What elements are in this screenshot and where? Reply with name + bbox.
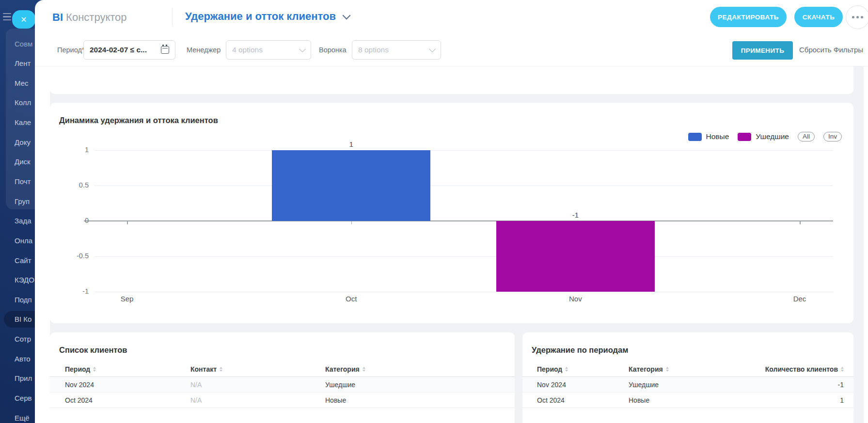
gridline (95, 292, 833, 292)
apply-filters-button[interactable]: ПРИМЕНИТЬ (732, 41, 793, 60)
period-date-input[interactable]: 2024-02-07 ≤ с... (83, 40, 175, 60)
table-header-row: ПериодКонтактКатегория (50, 361, 515, 377)
y-axis-label: -1 (50, 287, 89, 295)
table-cell: Ушедшие (629, 377, 726, 392)
chevron-down-icon (299, 46, 306, 52)
retention-table-card: Удержание по периодамПериодКатегорияКоли… (522, 332, 853, 423)
sort-icon (565, 367, 568, 372)
table-cell: Oct 2024 (65, 392, 181, 408)
page-title: Удержание и отток клиентов (185, 10, 336, 23)
logo-text: Конструктор (63, 11, 127, 23)
calendar-icon (161, 46, 169, 54)
sort-icon (363, 367, 365, 372)
y-axis-label: 0 (50, 217, 89, 224)
y-axis-label: 0.5 (50, 181, 89, 189)
sort-icon (666, 367, 669, 372)
bar-новые-oct[interactable] (272, 150, 430, 221)
gridline (95, 256, 833, 257)
legend-all-button[interactable]: All (798, 132, 815, 141)
sidebar-close-button[interactable]: ✕ (12, 10, 35, 29)
sort-icon (220, 367, 222, 372)
table-cell: N/A (190, 392, 316, 408)
x-axis-label: Oct (322, 295, 380, 303)
table-cell: 1 (731, 392, 844, 408)
funnel-filter-label: Воронка (319, 46, 347, 54)
header-divider (172, 8, 173, 26)
chevron-down-icon (343, 12, 351, 20)
legend-swatch (688, 133, 702, 141)
bar-value-label: 1 (332, 140, 371, 148)
app-logo: BI Конструктор (52, 11, 127, 24)
chart-card: Динамика удержания и оттока клиентов Нов… (50, 103, 853, 323)
table-cell: Oct 2024 (537, 392, 619, 408)
ellipsis-icon (852, 16, 854, 18)
y-axis-label: -0.5 (50, 252, 89, 260)
more-options-button[interactable] (846, 5, 868, 29)
dashboard-title-dropdown[interactable]: Удержание и отток клиентов (185, 10, 349, 23)
table-row: Nov 2024Ушедшие-1 (522, 377, 853, 392)
axis-zero-line (84, 220, 833, 221)
download-button[interactable]: СКАЧАТЬ (794, 7, 843, 27)
column-header[interactable]: Категория (325, 361, 480, 377)
main-panel: BI Конструктор Удержание и отток клиенто… (35, 0, 868, 423)
legend-inv-button[interactable]: Inv (823, 132, 842, 141)
column-header[interactable]: Период (65, 361, 181, 377)
table-cell: Новые (325, 392, 480, 408)
close-icon: ✕ (20, 15, 27, 24)
column-header[interactable]: Контакт (190, 361, 316, 377)
app-window: ✕ СовмЛентМесКоллКалеДокуДискПочтГрупЗад… (0, 0, 868, 423)
column-header[interactable]: Категория (629, 361, 726, 377)
chevron-down-icon (429, 46, 436, 52)
axis-tick (800, 221, 801, 224)
bar-ушедшие-nov[interactable] (496, 221, 655, 292)
legend-item-2[interactable]: Ушедшие (738, 132, 789, 141)
bar-value-label: -1 (556, 211, 595, 219)
chart-legend: НовыеУшедшиеAllInv (688, 132, 842, 141)
table-cell: Ушедшие (325, 377, 480, 392)
period-filter-label: Период* (57, 46, 85, 54)
period-date-value: 2024-02-07 ≤ с... (90, 46, 147, 54)
legend-item-1[interactable]: Новые (688, 132, 729, 141)
table-cell: -1 (731, 377, 844, 392)
column-header[interactable]: Количество клиентов (731, 361, 844, 377)
x-axis-label: Dec (771, 295, 829, 303)
sort-icon (841, 367, 844, 372)
table-header-row: ПериодКатегорияКоличество клиентов (522, 361, 853, 377)
gridline (95, 150, 833, 151)
x-axis-label: Nov (546, 295, 604, 303)
clients-table-card: Список клиентовПериодКонтактКатегорияNov… (50, 332, 515, 423)
funnel-select-placeholder: 8 options (358, 46, 389, 54)
reset-filters-link[interactable]: Сбросить Фильтры (799, 46, 863, 54)
legend-label: Ушедшие (756, 132, 789, 141)
dashboard-area: Динамика удержания и оттока клиентов Нов… (50, 66, 864, 423)
manager-select-placeholder: 4 options (232, 46, 263, 54)
edit-button[interactable]: РЕДАКТИРОВАТЬ (710, 7, 787, 27)
y-axis-label: 1 (50, 146, 89, 154)
table-row: Nov 2024N/AУшедшие (50, 377, 515, 392)
manager-select[interactable]: 4 options (226, 40, 311, 60)
manager-filter-label: Менеджер (187, 46, 221, 54)
table-cell: Nov 2024 (65, 377, 181, 392)
column-header[interactable]: Период (537, 361, 619, 377)
axis-tick (127, 221, 128, 224)
axis-tick (351, 221, 352, 224)
table-row: Oct 2024N/AНовые (50, 392, 515, 408)
table-cell: Новые (629, 392, 726, 408)
table-row: Oct 2024Новые1 (522, 392, 853, 408)
funnel-select[interactable]: 8 options (352, 40, 441, 60)
chart-title: Динамика удержания и оттока клиентов (59, 116, 218, 125)
sort-icon (93, 367, 96, 372)
table-cell: N/A (190, 377, 316, 392)
table-title: Удержание по периодам (532, 345, 628, 355)
table-cell: Nov 2024 (537, 377, 619, 392)
gridline (95, 186, 833, 186)
logo-bi: BI (52, 11, 63, 23)
previous-widget-card (50, 66, 853, 94)
x-axis-label: Sep (98, 295, 156, 303)
table-title: Список клиентов (59, 345, 127, 355)
legend-label: Новые (706, 132, 729, 141)
legend-swatch (738, 133, 751, 141)
